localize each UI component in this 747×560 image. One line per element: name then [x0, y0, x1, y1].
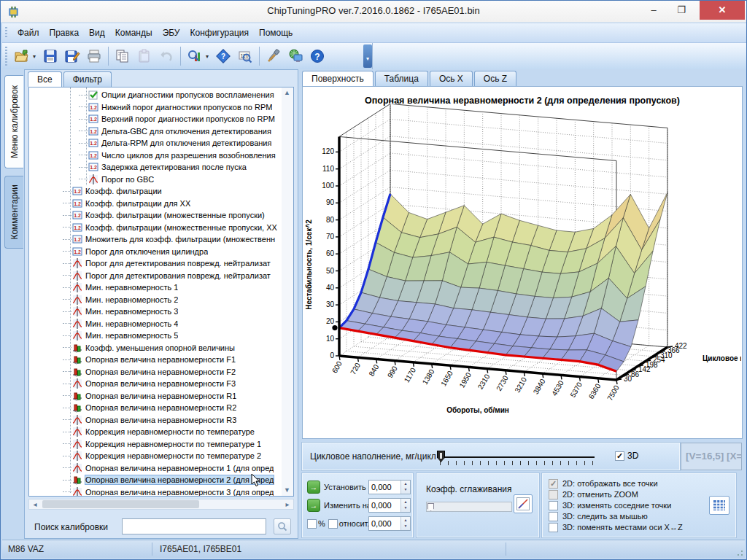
- tree-item-15[interactable]: Порог для детектирования поврежд. нейтра…: [29, 257, 282, 270]
- zoom-preview-button[interactable]: 110: [234, 46, 256, 66]
- info-button[interactable]: ?: [212, 46, 234, 66]
- tree-item-1[interactable]: Опции диагностики пропусков воспламенени…: [29, 89, 282, 101]
- tree-item-25[interactable]: Опорная величина неравномерности F3: [29, 378, 282, 390]
- surface-plot[interactable]: 0102030405060708090100110120600720840990…: [303, 104, 741, 437]
- scroll-left-icon[interactable]: ◂: [30, 499, 40, 509]
- toolbar-overflow-button[interactable]: ▾: [363, 44, 372, 68]
- tree-item-31[interactable]: Коррекция неравномерности по температуре…: [29, 450, 282, 462]
- tree-tab-2[interactable]: Фильтр: [63, 71, 112, 87]
- spinner-arrows-icon[interactable]: ▲▼: [400, 517, 410, 530]
- tree-item-17[interactable]: Мин. неравномерность 1: [29, 281, 282, 294]
- map-tab-2[interactable]: Таблица: [375, 71, 428, 86]
- tree-item-10[interactable]: 1.2Коэфф. фильтрации для XX: [29, 198, 282, 210]
- maximize-button[interactable]: ❐: [669, 1, 694, 20]
- open-button-dropdown-icon[interactable]: ▾: [33, 46, 39, 66]
- tree-item-23[interactable]: Опорная величина неравномерности F1: [29, 354, 282, 366]
- map-tab-3[interactable]: Ось X: [430, 71, 473, 86]
- tree-item-18[interactable]: Мин. неравномерность 2: [29, 294, 282, 306]
- menu-item-4[interactable]: Команды: [110, 25, 158, 41]
- tree-item-20[interactable]: Мин. неравномерность 4: [29, 318, 282, 330]
- search-button[interactable]: [274, 518, 291, 534]
- tree-item-7[interactable]: 1.2Задержка детектирования после пуска: [29, 161, 282, 174]
- z-slice-slider[interactable]: [440, 456, 595, 458]
- option-checkbox-1[interactable]: [549, 479, 558, 489]
- tree-item-3[interactable]: 1.2Верхний порог диагностики пропусков п…: [29, 113, 282, 125]
- change-by-spinner[interactable]: 0,000 ▲▼: [368, 498, 411, 513]
- spinner-arrows-icon[interactable]: ▲▼: [400, 499, 410, 512]
- tree-item-11[interactable]: 1.2Коэфф. фильтрации (множественные проп…: [29, 209, 282, 222]
- view-3d-toggle[interactable]: 3D: [615, 451, 638, 461]
- scroll-right-icon[interactable]: ▸: [282, 499, 293, 509]
- online-button[interactable]: [285, 46, 306, 66]
- tree-item-16[interactable]: Порог для детектирования поврежд. нейтра…: [29, 270, 282, 282]
- tree-item-22[interactable]: Коэфф. уменьшения опорной величины: [29, 342, 282, 354]
- spinner-arrows-icon[interactable]: ▲▼: [400, 481, 410, 494]
- tree-item-32[interactable]: Опорная величина неравномерности 1 (для …: [29, 462, 282, 475]
- menu-item-7[interactable]: Помощь: [254, 25, 298, 41]
- print-button[interactable]: [83, 46, 105, 66]
- view-3d-checkbox[interactable]: [615, 451, 624, 461]
- tree-item-24[interactable]: Опорная величина неравномерности F2: [29, 366, 282, 378]
- help-button[interactable]: ?: [306, 46, 328, 66]
- open-button[interactable]: [11, 46, 33, 66]
- option-checkbox-2[interactable]: [549, 490, 558, 499]
- scroll-down-icon[interactable]: ▼: [283, 486, 291, 494]
- undo-button[interactable]: [155, 46, 177, 66]
- tree-item-14[interactable]: 1.2Порог для отключения цилиндра: [29, 246, 282, 258]
- tree-item-34[interactable]: Опорная величина неравномерности 3 (для …: [29, 486, 282, 497]
- apply-set-button[interactable]: →: [307, 481, 320, 494]
- sidebar-tab-calibrations[interactable]: Меню калибровок: [4, 75, 23, 168]
- tree-horizontal-scrollbar[interactable]: ◂ ▸: [28, 499, 294, 510]
- table-view-button[interactable]: [709, 496, 729, 515]
- relative-spinner[interactable]: 0,000 ▲▼: [368, 516, 411, 531]
- tree-item-12[interactable]: 1.2Коэфф. фильтрации (множественные проп…: [29, 222, 282, 234]
- set-to-spinner[interactable]: 0,000 ▲▼: [368, 480, 411, 494]
- tree-item-30[interactable]: Коррекция неравномерности по температуре…: [29, 438, 282, 451]
- save-button[interactable]: [39, 46, 61, 66]
- option-checkbox-4[interactable]: [549, 512, 558, 521]
- tree-item-13[interactable]: 1.2Множитель для коэфф. фильтрации (множ…: [29, 233, 282, 246]
- search-input[interactable]: [122, 518, 266, 534]
- tree-item-19[interactable]: Мин. неравномерность 3: [29, 306, 282, 318]
- menu-item-5[interactable]: ЭБУ: [158, 25, 185, 41]
- copy-button[interactable]: [112, 46, 133, 66]
- tree-vertical-scrollbar[interactable]: ▲ ▼: [282, 88, 293, 496]
- tree-item-33[interactable]: Опорная величина неравномерности 2 (для …: [29, 474, 282, 486]
- menu-item-3[interactable]: Вид: [84, 25, 110, 41]
- menu-item-2[interactable]: Правка: [44, 25, 85, 41]
- save-as-button[interactable]: [61, 46, 83, 66]
- percent-checkbox[interactable]: [307, 519, 317, 529]
- tree-item-8[interactable]: Порог по GBC: [29, 174, 282, 186]
- tree-item-9[interactable]: 1.2Коэфф. фильтрации: [29, 185, 282, 198]
- tree-item-21[interactable]: Мин. неравномерность 5: [29, 330, 282, 342]
- relative-checkbox[interactable]: [328, 519, 338, 529]
- scroll-up-icon[interactable]: ▲: [283, 89, 291, 97]
- apply-change-button[interactable]: →: [307, 499, 320, 512]
- tree-item-29[interactable]: Коррекция неравномерности по температуре: [29, 426, 282, 438]
- sidebar-tab-comments[interactable]: Комментарии: [4, 176, 23, 249]
- tree-item-5[interactable]: 1.2Дельта-RPM для отключения детектирова…: [29, 137, 282, 149]
- option-checkbox-3[interactable]: [549, 501, 558, 510]
- tree-item-4[interactable]: 1.2Дельта-GBC для отключения детектирова…: [29, 125, 282, 138]
- tools-button[interactable]: [263, 46, 285, 66]
- menu-item-6[interactable]: Конфигурация: [185, 25, 254, 41]
- interpolate-button[interactable]: [514, 494, 533, 513]
- chart-search-button-dropdown-icon[interactable]: ▾: [206, 46, 212, 66]
- option-checkbox-5[interactable]: [549, 523, 558, 532]
- resize-grip[interactable]: [735, 548, 743, 556]
- tree-tab-1[interactable]: Все: [28, 71, 62, 87]
- tree-item-26[interactable]: Опорная величина неравномерности R1: [29, 390, 282, 402]
- tree-item-2[interactable]: 1.2Нижний порог диагностики пропусков по…: [29, 101, 282, 114]
- hscroll-thumb[interactable]: [42, 500, 199, 508]
- smoothing-slider-thumb[interactable]: [427, 503, 434, 511]
- paste-button[interactable]: [133, 46, 155, 66]
- map-tab-4[interactable]: Ось Z: [474, 71, 516, 86]
- chart-search-button[interactable]: [184, 46, 206, 66]
- smoothing-slider[interactable]: [426, 502, 512, 512]
- tree-item-27[interactable]: Опорная величина неравномерности R2: [29, 402, 282, 414]
- close-button[interactable]: ✕: [700, 1, 745, 20]
- map-tab-1[interactable]: Поверхность: [302, 71, 374, 86]
- tree-item-28[interactable]: Опорная величина неравномерности R3: [29, 414, 282, 427]
- minimize-button[interactable]: –: [641, 1, 666, 20]
- menu-item-1[interactable]: Файл: [12, 25, 44, 41]
